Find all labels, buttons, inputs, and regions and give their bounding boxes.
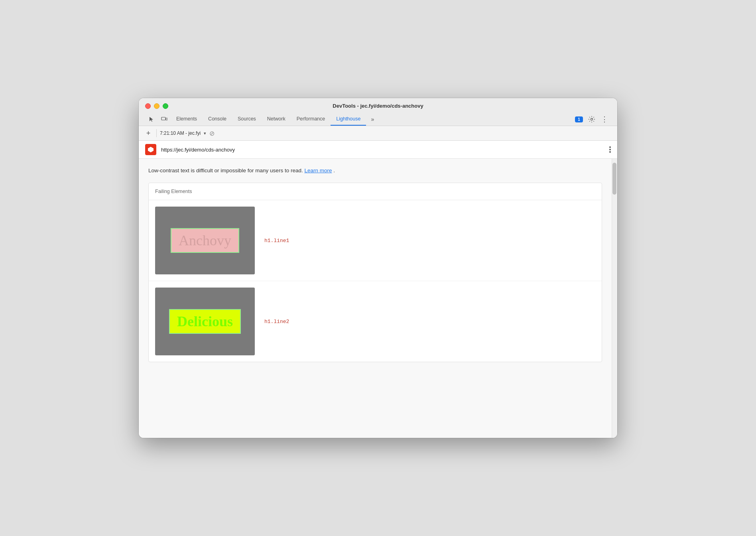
tab-elements[interactable]: Elements <box>171 113 203 126</box>
recording-timestamp: 7:21:10 AM - jec.fyi <box>160 130 201 136</box>
notification-badge: 1 <box>575 116 583 122</box>
tabs-row: Elements Console Sources Network Perform… <box>145 113 611 126</box>
failing-elements-header: Failing Elements <box>149 183 602 200</box>
info-description: Low-contrast text is difficult or imposs… <box>148 167 608 175</box>
svg-marker-3 <box>148 147 154 152</box>
tab-performance[interactable]: Performance <box>291 113 331 126</box>
cursor-icon-button[interactable] <box>145 113 158 126</box>
svg-rect-1 <box>166 118 167 120</box>
delicious-preview-label: Delicious <box>169 309 241 334</box>
dot1 <box>609 146 611 148</box>
minimize-button[interactable] <box>154 103 159 109</box>
info-text-content: Low-contrast text is difficult or imposs… <box>148 168 304 173</box>
delicious-element-label[interactable]: h1.line2 <box>264 319 289 325</box>
svg-point-2 <box>591 118 593 120</box>
tab-network[interactable]: Network <box>262 113 291 126</box>
dot2 <box>609 149 611 150</box>
scrollbar-thumb[interactable] <box>612 163 616 195</box>
failing-elements-table: Failing Elements Anchovy h1.line1 Delici… <box>148 183 602 362</box>
add-recording-button[interactable]: + <box>144 128 153 138</box>
close-button[interactable] <box>145 103 151 109</box>
traffic-lights <box>145 103 168 109</box>
anchovy-element-label[interactable]: h1.line1 <box>264 238 289 244</box>
main-content: Low-contrast text is difficult or imposs… <box>139 159 617 438</box>
lighthouse-logo-icon <box>145 144 156 155</box>
svg-rect-0 <box>161 117 165 120</box>
window-title: DevTools - jec.fyi/demo/cds-anchovy <box>333 103 423 109</box>
title-bar-top: DevTools - jec.fyi/demo/cds-anchovy <box>145 103 611 113</box>
more-tabs-button[interactable]: » <box>366 113 379 126</box>
menu-dots-icon: ⋮ <box>601 116 608 123</box>
info-suffix: . <box>333 168 335 173</box>
plus-icon: + <box>146 129 151 138</box>
maximize-button[interactable] <box>163 103 168 109</box>
toolbar-divider <box>156 129 157 137</box>
notifications-button[interactable]: 1 <box>573 113 585 126</box>
devtools-menu-button[interactable]: ⋮ <box>598 113 611 126</box>
page-url: https://jec.fyi/demo/cds-anchovy <box>161 147 604 153</box>
title-bar: DevTools - jec.fyi/demo/cds-anchovy Elem… <box>139 98 617 126</box>
secondary-toolbar: + 7:21:10 AM - jec.fyi ▾ ⊘ <box>139 126 617 141</box>
settings-button[interactable] <box>585 113 598 126</box>
recording-dropdown-button[interactable]: ▾ <box>204 131 206 136</box>
scrollbar-track[interactable] <box>612 159 617 438</box>
table-row: Delicious h1.line2 <box>149 281 602 362</box>
url-bar: https://jec.fyi/demo/cds-anchovy <box>139 141 617 159</box>
device-toolbar-button[interactable] <box>158 113 171 126</box>
anchovy-preview-box: Anchovy <box>155 207 255 274</box>
url-more-button[interactable] <box>609 146 611 153</box>
table-row: Anchovy h1.line1 <box>149 200 602 281</box>
dot3 <box>609 151 611 153</box>
tab-lighthouse[interactable]: Lighthouse <box>331 113 366 126</box>
learn-more-link[interactable]: Learn more <box>304 168 332 173</box>
delicious-preview-box: Delicious <box>155 288 255 355</box>
tab-sources[interactable]: Sources <box>232 113 262 126</box>
devtools-window: DevTools - jec.fyi/demo/cds-anchovy Elem… <box>139 98 617 438</box>
tab-console[interactable]: Console <box>203 113 232 126</box>
block-icon-button[interactable]: ⊘ <box>209 130 215 137</box>
anchovy-preview-label: Anchovy <box>171 228 239 253</box>
